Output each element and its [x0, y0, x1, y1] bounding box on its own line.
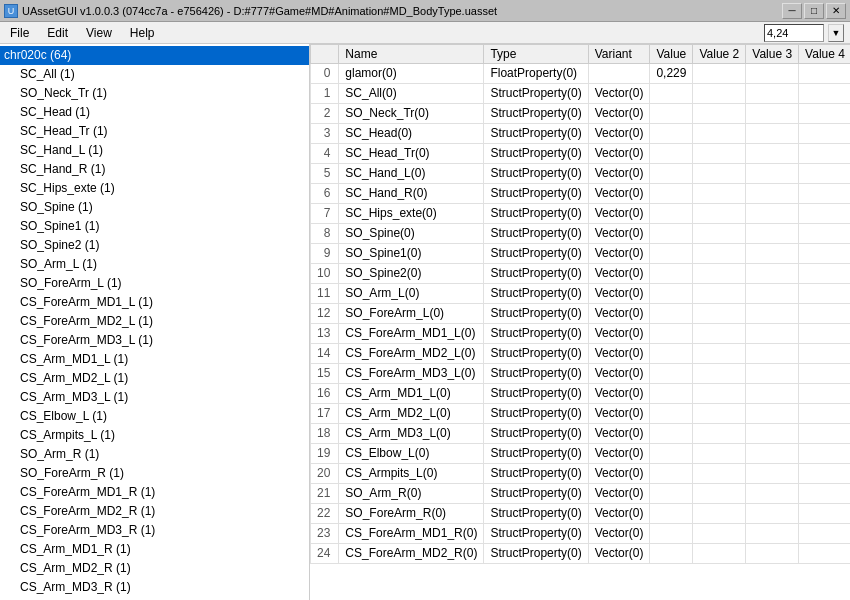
- cell-type: StructProperty(0): [484, 284, 588, 304]
- tree-item-28[interactable]: CS_Arm_MD3_R (1): [0, 578, 309, 597]
- tree-item-4[interactable]: SC_Head_Tr (1): [0, 122, 309, 141]
- table-row[interactable]: 24CS_ForeArm_MD2_R(0)StructProperty(0)Ve…: [311, 544, 851, 564]
- cell-index: 19: [311, 444, 339, 464]
- menu-bar: File Edit View Help ▼: [0, 22, 850, 44]
- cell-type: StructProperty(0): [484, 384, 588, 404]
- tree-item-25[interactable]: CS_ForeArm_MD3_R (1): [0, 521, 309, 540]
- tree-item-15[interactable]: CS_ForeArm_MD3_L (1): [0, 331, 309, 350]
- tree-item-7[interactable]: SC_Hips_exte (1): [0, 179, 309, 198]
- tree-item-6[interactable]: SC_Hand_R (1): [0, 160, 309, 179]
- cell-value4: [799, 504, 850, 524]
- menu-view[interactable]: View: [78, 24, 120, 42]
- menu-edit[interactable]: Edit: [39, 24, 76, 42]
- table-row[interactable]: 7SC_Hips_exte(0)StructProperty(0)Vector(…: [311, 204, 851, 224]
- cell-value: [650, 84, 693, 104]
- cell-value3: [746, 224, 799, 244]
- tree-item-2[interactable]: SO_Neck_Tr (1): [0, 84, 309, 103]
- cell-variant: [588, 64, 650, 84]
- cell-value: [650, 304, 693, 324]
- cell-name: SO_Arm_R(0): [339, 484, 484, 504]
- tree-item-3[interactable]: SC_Head (1): [0, 103, 309, 122]
- tree-scroll[interactable]: chr020c (64)SC_All (1)SO_Neck_Tr (1)SC_H…: [0, 44, 309, 600]
- cell-value4: [799, 544, 850, 564]
- table-row[interactable]: 20CS_Armpits_L(0)StructProperty(0)Vector…: [311, 464, 851, 484]
- table-row[interactable]: 8SO_Spine(0)StructProperty(0)Vector(0): [311, 224, 851, 244]
- table-row[interactable]: 18CS_Arm_MD3_L(0)StructProperty(0)Vector…: [311, 424, 851, 444]
- cell-value2: [693, 524, 746, 544]
- table-row[interactable]: 6SC_Hand_R(0)StructProperty(0)Vector(0): [311, 184, 851, 204]
- table-row[interactable]: 15CS_ForeArm_MD3_L(0)StructProperty(0)Ve…: [311, 364, 851, 384]
- cell-type: StructProperty(0): [484, 344, 588, 364]
- table-row[interactable]: 14CS_ForeArm_MD2_L(0)StructProperty(0)Ve…: [311, 344, 851, 364]
- coordinate-dropdown-icon[interactable]: ▼: [828, 24, 844, 42]
- tree-item-1[interactable]: SC_All (1): [0, 65, 309, 84]
- cell-index: 4: [311, 144, 339, 164]
- cell-index: 9: [311, 244, 339, 264]
- tree-item-22[interactable]: SO_ForeArm_R (1): [0, 464, 309, 483]
- tree-item-20[interactable]: CS_Armpits_L (1): [0, 426, 309, 445]
- tree-item-27[interactable]: CS_Arm_MD2_R (1): [0, 559, 309, 578]
- tree-item-0[interactable]: chr020c (64): [0, 46, 309, 65]
- tree-item-16[interactable]: CS_Arm_MD1_L (1): [0, 350, 309, 369]
- cell-variant: Vector(0): [588, 504, 650, 524]
- menu-file[interactable]: File: [2, 24, 37, 42]
- cell-variant: Vector(0): [588, 124, 650, 144]
- tree-item-19[interactable]: CS_Elbow_L (1): [0, 407, 309, 426]
- table-row[interactable]: 22SO_ForeArm_R(0)StructProperty(0)Vector…: [311, 504, 851, 524]
- window-controls[interactable]: ─ □ ✕: [782, 3, 846, 19]
- minimize-button[interactable]: ─: [782, 3, 802, 19]
- tree-item-24[interactable]: CS_ForeArm_MD2_R (1): [0, 502, 309, 521]
- cell-index: 22: [311, 504, 339, 524]
- maximize-button[interactable]: □: [804, 3, 824, 19]
- table-row[interactable]: 13CS_ForeArm_MD1_L(0)StructProperty(0)Ve…: [311, 324, 851, 344]
- table-row[interactable]: 19CS_Elbow_L(0)StructProperty(0)Vector(0…: [311, 444, 851, 464]
- cell-variant: Vector(0): [588, 324, 650, 344]
- tree-item-13[interactable]: CS_ForeArm_MD1_L (1): [0, 293, 309, 312]
- close-button[interactable]: ✕: [826, 3, 846, 19]
- col-value4: Value 4: [799, 45, 850, 64]
- table-row[interactable]: 5SC_Hand_L(0)StructProperty(0)Vector(0): [311, 164, 851, 184]
- tree-item-21[interactable]: SO_Arm_R (1): [0, 445, 309, 464]
- table-row[interactable]: 9SO_Spine1(0)StructProperty(0)Vector(0): [311, 244, 851, 264]
- table-row[interactable]: 4SC_Head_Tr(0)StructProperty(0)Vector(0): [311, 144, 851, 164]
- cell-value3: [746, 464, 799, 484]
- tree-item-23[interactable]: CS_ForeArm_MD1_R (1): [0, 483, 309, 502]
- table-row[interactable]: 2SO_Neck_Tr(0)StructProperty(0)Vector(0): [311, 104, 851, 124]
- table-row[interactable]: 1SC_All(0)StructProperty(0)Vector(0): [311, 84, 851, 104]
- table-row[interactable]: 11SO_Arm_L(0)StructProperty(0)Vector(0): [311, 284, 851, 304]
- cell-type: StructProperty(0): [484, 124, 588, 144]
- table-row[interactable]: 23CS_ForeArm_MD1_R(0)StructProperty(0)Ve…: [311, 524, 851, 544]
- cell-value: [650, 364, 693, 384]
- table-row[interactable]: 17CS_Arm_MD2_L(0)StructProperty(0)Vector…: [311, 404, 851, 424]
- tree-item-5[interactable]: SC_Hand_L (1): [0, 141, 309, 160]
- table-row[interactable]: 10SO_Spine2(0)StructProperty(0)Vector(0): [311, 264, 851, 284]
- tree-item-9[interactable]: SO_Spine1 (1): [0, 217, 309, 236]
- cell-name: CS_ForeArm_MD1_L(0): [339, 324, 484, 344]
- tree-item-10[interactable]: SO_Spine2 (1): [0, 236, 309, 255]
- menu-help[interactable]: Help: [122, 24, 163, 42]
- tree-item-14[interactable]: CS_ForeArm_MD2_L (1): [0, 312, 309, 331]
- cell-index: 6: [311, 184, 339, 204]
- table-container[interactable]: Name Type Variant Value Value 2 Value 3 …: [310, 44, 850, 600]
- table-row[interactable]: 12SO_ForeArm_L(0)StructProperty(0)Vector…: [311, 304, 851, 324]
- app-icon: U: [4, 4, 18, 18]
- table-row[interactable]: 16CS_Arm_MD1_L(0)StructProperty(0)Vector…: [311, 384, 851, 404]
- cell-variant: Vector(0): [588, 164, 650, 184]
- table-row[interactable]: 0glamor(0)FloatProperty(0)0,229: [311, 64, 851, 84]
- cell-variant: Vector(0): [588, 244, 650, 264]
- cell-value2: [693, 444, 746, 464]
- table-row[interactable]: 3SC_Head(0)StructProperty(0)Vector(0): [311, 124, 851, 144]
- tree-item-18[interactable]: CS_Arm_MD3_L (1): [0, 388, 309, 407]
- tree-item-17[interactable]: CS_Arm_MD2_L (1): [0, 369, 309, 388]
- tree-item-11[interactable]: SO_Arm_L (1): [0, 255, 309, 274]
- coordinate-input[interactable]: [764, 24, 824, 42]
- cell-value3: [746, 64, 799, 84]
- tree-item-26[interactable]: CS_Arm_MD1_R (1): [0, 540, 309, 559]
- table-row[interactable]: 21SO_Arm_R(0)StructProperty(0)Vector(0): [311, 484, 851, 504]
- cell-variant: Vector(0): [588, 524, 650, 544]
- tree-item-8[interactable]: SO_Spine (1): [0, 198, 309, 217]
- cell-type: FloatProperty(0): [484, 64, 588, 84]
- cell-type: StructProperty(0): [484, 524, 588, 544]
- cell-type: StructProperty(0): [484, 204, 588, 224]
- tree-item-12[interactable]: SO_ForeArm_L (1): [0, 274, 309, 293]
